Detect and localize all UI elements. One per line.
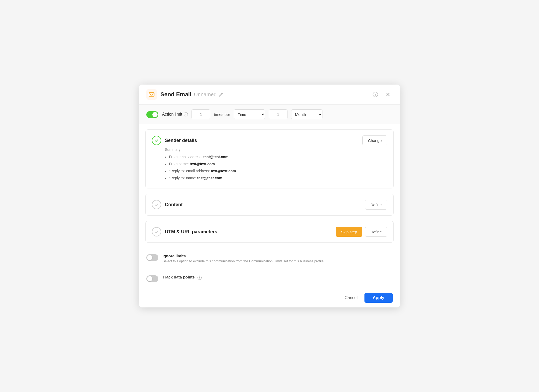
- svg-rect-0: [149, 93, 154, 96]
- track-data-toggle[interactable]: [146, 275, 158, 282]
- utm-title-wrap: UTM & URL parameters: [152, 227, 217, 236]
- check-icon: [154, 138, 159, 143]
- sender-from-name: From name: test@test.com: [169, 161, 387, 167]
- modal-title: Send Email: [160, 91, 191, 98]
- content-section: Content Define: [145, 194, 394, 216]
- track-data-info-icon: i: [197, 276, 202, 280]
- sender-summary-label: Summary: [165, 147, 387, 152]
- sender-title: Sender details: [165, 138, 197, 143]
- email-icon: [149, 92, 154, 97]
- close-icon: [385, 92, 391, 97]
- modal-subtitle: Unnamed: [194, 92, 217, 98]
- content-define-button[interactable]: Define: [365, 200, 387, 210]
- modal-body: Sender details Change Summary From email…: [139, 129, 400, 288]
- utm-title: UTM & URL parameters: [165, 229, 217, 235]
- send-email-modal: Send Email Unnamed ?: [139, 85, 400, 307]
- utm-check-circle: [152, 227, 161, 236]
- svg-text:?: ?: [375, 93, 376, 97]
- ignore-limits-desc: Select this option to exclude this commu…: [163, 259, 325, 263]
- check-icon-utm: [154, 229, 159, 234]
- modal-header: Send Email Unnamed ?: [139, 85, 400, 105]
- sender-from-email: From email address: test@test.com: [169, 154, 387, 160]
- utm-skip-button[interactable]: Skip step: [336, 227, 362, 237]
- action-limit-times-input[interactable]: [191, 109, 210, 119]
- times-per-label: times per: [214, 112, 230, 117]
- apply-button[interactable]: Apply: [364, 293, 393, 303]
- sender-reply-email: "Reply to" email address: test@test.com: [169, 168, 387, 174]
- check-icon-inactive: [154, 202, 159, 207]
- ignore-limits-row: Ignore limits Select this option to excl…: [139, 248, 400, 269]
- sender-summary-list: From email address: test@test.com From n…: [165, 154, 387, 181]
- action-limit-toggle[interactable]: [146, 111, 158, 118]
- track-data-label: Track data points i: [163, 275, 202, 280]
- sender-details-section: Sender details Change Summary From email…: [145, 129, 394, 188]
- sender-change-button[interactable]: Change: [362, 135, 387, 145]
- utm-buttons: Skip step Define: [336, 227, 387, 237]
- content-header: Content Define: [152, 200, 387, 210]
- utm-header: UTM & URL parameters Skip step Define: [152, 227, 387, 237]
- content-check-circle: [152, 200, 161, 209]
- help-button[interactable]: ?: [371, 90, 380, 99]
- period-select[interactable]: Time Day Week Month Year: [234, 109, 265, 119]
- cancel-button[interactable]: Cancel: [342, 293, 361, 302]
- action-limit-bar: Action limit i times per Time Day Week M…: [139, 105, 400, 124]
- ignore-limits-toggle[interactable]: [146, 254, 158, 261]
- email-icon-wrap: [146, 89, 157, 100]
- unit-select[interactable]: Hour Day Week Month Year: [291, 109, 322, 119]
- close-button[interactable]: [383, 90, 393, 99]
- action-limit-count-input[interactable]: [269, 109, 288, 119]
- utm-define-button[interactable]: Define: [365, 227, 387, 237]
- pencil-icon: [219, 92, 223, 97]
- header-actions: ?: [371, 90, 393, 99]
- action-limit-info-icon: i: [184, 112, 188, 116]
- content-title: Content: [165, 202, 183, 207]
- edit-title-button[interactable]: [219, 92, 223, 97]
- sender-reply-name: "Reply to" name: test@test.com: [169, 175, 387, 181]
- action-limit-label: Action limit i: [162, 112, 188, 117]
- modal-footer: Cancel Apply: [139, 288, 400, 307]
- content-title-wrap: Content: [152, 200, 183, 209]
- track-data-row: Track data points i: [139, 269, 400, 288]
- ignore-limits-label: Ignore limits: [163, 254, 325, 258]
- sender-check-circle: [152, 136, 161, 145]
- utm-section: UTM & URL parameters Skip step Define: [145, 221, 394, 243]
- sender-details-header: Sender details Change: [152, 135, 387, 145]
- sender-title-wrap: Sender details: [152, 136, 197, 145]
- help-icon: ?: [373, 92, 378, 97]
